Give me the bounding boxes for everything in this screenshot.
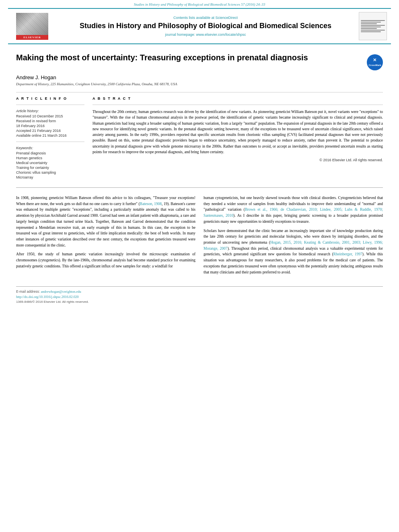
keyword-5: Chorionic villus sampling [16, 170, 84, 175]
keyword-3: Medical uncertainty [16, 161, 84, 165]
journal-header-center: Contents lists available at ScienceDirec… [56, 16, 355, 36]
info-abstract-section: A R T I C L E I N F O Article history: R… [16, 97, 383, 180]
email-label: E-mail address: [16, 290, 40, 294]
thumb-line [361, 31, 381, 32]
author-affiliation: Department of History, 225 Humanities, C… [16, 82, 383, 86]
article-body: Making the most of uncertainty: Treasuri… [0, 52, 399, 304]
ref-rheinberger[interactable]: Rheinberger, 1997 [333, 252, 362, 256]
email-line: E-mail address: andrewhogan@creighton.ed… [16, 289, 383, 294]
thumb-line [361, 25, 385, 26]
ref-bateson[interactable]: Bateson, 1908 [140, 202, 162, 206]
body-para-4: Scholars have demonstrated that the clin… [204, 228, 383, 275]
article-info: A R T I C L E I N F O Article history: R… [16, 97, 84, 180]
journal-header: ELSEVIER Contents lists available at Sci… [8, 8, 391, 44]
author-name: Andrew J. Hogan [16, 74, 383, 80]
article-info-heading: A R T I C L E I N F O [16, 97, 84, 101]
info-divider [16, 105, 84, 105]
keyword-2: Human genetics [16, 156, 84, 160]
logo-image [16, 13, 48, 35]
keyword-1: Prenatal diagnosis [16, 151, 84, 155]
received-date: Received 10 December 2015 [16, 114, 84, 118]
thumb-line [361, 30, 385, 31]
keywords-label: Keywords: [16, 146, 84, 150]
thumb-lines [361, 19, 385, 33]
accepted-date: Accepted 21 February 2016 [16, 129, 84, 133]
journal-homepage: journal homepage: www.elsevier.com/locat… [56, 33, 355, 37]
journal-thumbnail [359, 12, 387, 40]
body-right-column: human cytogeneticists, but one heavily s… [204, 195, 383, 278]
ref-brown[interactable]: Brown et al., 1966; de Chadarevian, 2010… [204, 207, 383, 218]
issn-line: 1369-8486/© 2016 Elsevier Ltd. All right… [16, 300, 383, 304]
doi-link[interactable]: http://dx.doi.org/10.1016/j.shpsc.2016.0… [16, 295, 383, 299]
crossmark-label: ✕CrossMark [368, 58, 381, 67]
journal-full-title: Studies in History and Philosophy of Bio… [56, 21, 355, 31]
science-direct-link[interactable]: Contents lists available at ScienceDirec… [56, 16, 355, 20]
journal-logo: ELSEVIER [12, 13, 52, 40]
footer-section: E-mail address: andrewhogan@creighton.ed… [16, 286, 383, 304]
divider [16, 92, 383, 92]
thumb-line [361, 27, 381, 27]
abstract-divider [93, 105, 383, 105]
body-left-column: In 1908, pioneering geneticist William B… [16, 195, 195, 278]
abstract-section: A B S T R A C T Throughout the 20th cent… [93, 97, 383, 180]
copyright-line: © 2016 Elsevier Ltd. All rights reserved… [93, 158, 383, 162]
thumb-line [361, 28, 377, 29]
article-title-block: Making the most of uncertainty: Treasuri… [16, 52, 383, 70]
body-para-1: In 1908, pioneering geneticist William B… [16, 195, 195, 248]
elsevier-label: ELSEVIER [16, 35, 48, 40]
keyword-4: Training for certainty [16, 166, 84, 170]
article-title: Making the most of uncertainty: Treasuri… [16, 52, 308, 63]
body-columns: In 1908, pioneering geneticist William B… [16, 195, 383, 278]
crossmark-badge[interactable]: ✕CrossMark [367, 54, 383, 70]
ref-hogan[interactable]: Hogan, 2015, 2016; Keating & Cambrosio, … [204, 240, 383, 251]
main-divider [16, 187, 383, 188]
thumb-line [361, 22, 381, 23]
abstract-text: Throughout the 20th century, human genet… [93, 109, 383, 155]
body-para-3: human cytogeneticists, but one heavily s… [204, 195, 383, 225]
keywords-block: Keywords: Prenatal diagnosis Human genet… [16, 146, 84, 179]
history-label: Article history: [16, 109, 84, 113]
email-link[interactable]: andrewhogan@creighton.edu [41, 290, 81, 294]
journal-volume-info: Studies in History and Philosophy of Bio… [0, 0, 399, 8]
thumb-line [361, 23, 377, 24]
keywords-divider [16, 142, 84, 142]
science-direct-text[interactable]: ScienceDirect [216, 16, 238, 20]
available-online: Available online 21 March 2016 [16, 134, 84, 138]
received-revised-label: Received in revised form [16, 119, 84, 123]
abstract-heading: A B S T R A C T [93, 97, 383, 101]
keyword-6: Microarray [16, 175, 84, 179]
revised-date: 18 February 2016 [16, 124, 84, 128]
body-para-2: After 1950, the study of human genetic v… [16, 251, 195, 269]
thumb-line [361, 20, 385, 21]
